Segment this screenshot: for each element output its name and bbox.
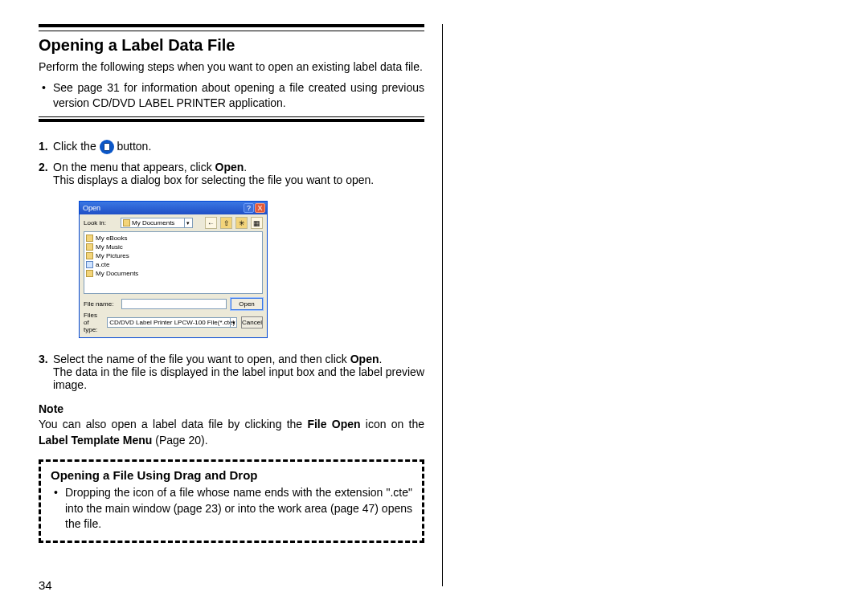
list-item: My eBooks — [86, 234, 260, 243]
page-title: Opening a Label Data File — [39, 36, 424, 55]
cancel-button[interactable]: Cancel — [241, 316, 263, 328]
note-a: You can also open a label data file by c… — [39, 418, 307, 430]
page-number: 34 — [39, 578, 52, 592]
rule-mid-thin — [39, 116, 424, 117]
file-menu-icon — [100, 140, 114, 154]
folder-icon — [86, 243, 93, 251]
list-item: My Music — [86, 243, 260, 251]
rule-mid-thick — [39, 119, 424, 122]
list-item: My Pictures — [86, 251, 260, 260]
step-2-text-b: . — [244, 161, 247, 173]
step-3-open: Open — [350, 353, 379, 365]
note-fileopen: File Open — [307, 418, 360, 430]
lookin-label: Look in: — [84, 219, 117, 226]
open-dialog-titlebar: Open ? X — [80, 202, 267, 214]
views-icon[interactable]: ▦ — [251, 217, 263, 229]
step-2-num: 2. — [39, 161, 53, 173]
step-2: 2. On the menu that appears, click Open.… — [39, 161, 424, 186]
intro-text: Perform the following steps when you wan… — [39, 59, 424, 75]
file-icon — [86, 261, 93, 268]
step-2-open: Open — [215, 161, 244, 173]
dragdrop-text: Dropping the icon of a file whose name e… — [51, 485, 412, 532]
open-dialog-title: Open — [81, 204, 100, 212]
step-3-text-b: . — [379, 353, 382, 365]
lookin-row: Look in: My Documents ▾ ← ⇧ ✳ ▦ — [80, 214, 267, 231]
open-dialog: Open ? X Look in: My Documents ▾ ← ⇧ ✳ ▦ — [79, 201, 268, 338]
dialog-bottom: File name: Open Files of type: CD/DVD La… — [80, 294, 267, 337]
chevron-down-icon: ▾ — [184, 218, 190, 228]
filename-label: File name: — [84, 300, 117, 308]
help-button[interactable]: ? — [244, 203, 254, 213]
list-item: a.cte — [86, 260, 260, 269]
step-2-cont: This displays a dialog box for selecting… — [53, 173, 424, 186]
step-3: 3. Select the name of the file you want … — [39, 353, 424, 391]
step-3-num: 3. — [39, 353, 53, 365]
open-button[interactable]: Open — [231, 298, 263, 310]
file-list[interactable]: My eBooks My Music My Pictures a.cte My … — [84, 231, 263, 294]
dragdrop-box: Opening a File Using Drag and Drop Dropp… — [39, 459, 424, 543]
open-dialog-screenshot: Open ? X Look in: My Documents ▾ ← ⇧ ✳ ▦ — [79, 201, 424, 338]
folder-icon — [86, 252, 93, 259]
filetype-label: Files of type: — [84, 312, 103, 333]
step-3-text-a: Select the name of the file you want to … — [53, 353, 350, 365]
lookin-combo[interactable]: My Documents ▾ — [121, 218, 193, 228]
step-1-text-b: button. — [117, 140, 151, 153]
step-1-num: 1. — [39, 140, 53, 153]
list-item: My Documents — [86, 269, 260, 278]
folder-icon — [123, 219, 130, 226]
dragdrop-heading: Opening a File Using Drag and Drop — [51, 468, 412, 482]
new-folder-icon[interactable]: ✳ — [235, 217, 248, 229]
rule-top-thin — [39, 31, 424, 31]
note-b: icon on the — [361, 418, 424, 430]
up-icon[interactable]: ⇧ — [220, 217, 232, 229]
column-divider — [442, 24, 443, 586]
filename-input[interactable] — [121, 299, 227, 309]
folder-icon — [86, 270, 93, 277]
step-1-text-a: Click the — [53, 140, 100, 153]
lookin-value: My Documents — [132, 219, 174, 226]
note-section: Note You can also open a label data file… — [39, 402, 424, 448]
chevron-down-icon: ▾ — [230, 318, 236, 327]
step-3-cont: The data in the file is displayed in the… — [53, 365, 424, 391]
rule-top-thick — [39, 24, 424, 27]
note-heading: Note — [39, 402, 424, 415]
note-c: (Page 20). — [152, 434, 207, 447]
back-icon[interactable]: ← — [205, 217, 217, 229]
note-ltm: Label Template Menu — [39, 434, 152, 447]
step-1: 1. Click the button. — [39, 140, 424, 154]
intro-bullet: See page 31 for information about openin… — [39, 80, 424, 112]
step-2-text-a: On the menu that appears, click — [53, 161, 215, 173]
folder-icon — [86, 235, 93, 242]
manual-page: Opening a Label Data File Perform the fo… — [39, 24, 424, 543]
close-button[interactable]: X — [255, 203, 265, 213]
filetype-combo[interactable]: CD/DVD Label Printer LPCW-100 File(*.cte… — [107, 317, 237, 328]
